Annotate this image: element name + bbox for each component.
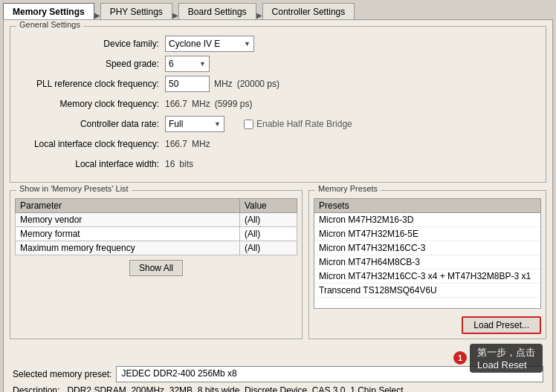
device-family-value: Cyclone IV E: [169, 39, 220, 49]
pll-freq-label: PLL reference clock frequency:: [16, 79, 165, 89]
tab-board[interactable]: Board Settings: [178, 3, 256, 19]
device-family-control: Cyclone IV E ▼: [165, 36, 254, 52]
presets-list[interactable]: Micron M47H32M16-3D Micron MT47H32M16-5E…: [314, 212, 541, 309]
pll-freq-extra: (20000 ps): [237, 79, 279, 89]
description-row: Description: DDR2 SDRAM, 200MHz, 32MB, 8…: [10, 382, 546, 392]
mem-clock-label: Memory clock frequency:: [16, 99, 165, 109]
speed-grade-control: 6 ▼: [165, 56, 210, 72]
local-clock-row: Local interface clock frequency: 166.7 M…: [16, 136, 540, 152]
main-content: General Settings Device family: Cyclone …: [3, 19, 553, 392]
selected-preset-row: Selected memory preset: JEDEC DDR2-400 2…: [10, 366, 546, 382]
device-family-dropdown[interactable]: Cyclone IV E ▼: [165, 36, 254, 52]
table-row: Memory format (All): [16, 227, 297, 241]
ctrl-data-rate-label: Controller data rate:: [16, 119, 165, 129]
description-label: Description:: [13, 385, 59, 392]
tab-bar: Memory Settings ▶ PHY Settings ▶ Board S…: [0, 0, 556, 19]
tab-memory[interactable]: Memory Settings: [3, 3, 94, 19]
speed-grade-value: 6: [169, 59, 174, 69]
mem-clock-value: 166.7: [165, 99, 187, 109]
filter-val-2: (All): [239, 241, 297, 255]
preset-item-1[interactable]: Micron MT47H32M16-5E: [314, 227, 540, 241]
preset-item-3[interactable]: Micron MT47H64M8CB-3: [314, 255, 540, 270]
mem-clock-row: Memory clock frequency: 166.7 MHz (5999 …: [16, 96, 540, 112]
show-all-button[interactable]: Show All: [129, 260, 183, 276]
tab-phy[interactable]: PHY Settings: [100, 3, 172, 19]
tab-arrow-3: ▶: [256, 11, 262, 19]
memory-presets-panel: Memory Presets Presets Micron M47H32M16-…: [308, 190, 546, 339]
device-family-row: Device family: Cyclone IV E ▼: [16, 36, 540, 52]
presets-filter-panel: Show in 'Memory Presets' List Parameter …: [10, 190, 303, 339]
speed-grade-dropdown[interactable]: 6 ▼: [165, 56, 210, 72]
local-width-row: Local interface width: 16 bits: [16, 156, 540, 172]
preset-item-5[interactable]: Transcend TS128MSQ64V6U: [314, 284, 540, 298]
filter-param-1: Memory format: [16, 227, 240, 241]
general-settings-legend: General Settings: [16, 20, 83, 29]
selected-preset-value: JEDEC DDR2-400 256Mb x8: [116, 366, 543, 382]
tab-board-label: Board Settings: [188, 7, 247, 17]
tab-arrow-1: ▶: [94, 11, 100, 19]
annotation-badge: 1: [453, 351, 467, 365]
bottom-panels: Show in 'Memory Presets' List Parameter …: [10, 190, 546, 392]
speed-grade-arrow: ▼: [199, 60, 206, 68]
mem-clock-control: 166.7 MHz (5999 ps): [165, 99, 252, 109]
preset-item-4[interactable]: Micron MT47H32M16CC-3 x4 + MT47H32M8BP-3…: [314, 270, 540, 284]
tab-phy-label: PHY Settings: [110, 7, 163, 17]
tab-arrow-2: ▶: [172, 11, 178, 19]
filter-val-1: (All): [239, 227, 297, 241]
speed-grade-label: Speed grade:: [16, 59, 165, 69]
tab-controller[interactable]: Controller Settings: [262, 3, 355, 19]
presets-filter-content: Parameter Value Memory vendor (All) Memo…: [10, 191, 302, 281]
mem-clock-extra: (5999 ps): [215, 99, 253, 109]
load-preset-button[interactable]: Load Preset...: [462, 316, 541, 334]
local-width-value: 16: [165, 159, 175, 169]
selected-preset-label: Selected memory preset:: [13, 369, 111, 379]
device-family-label: Device family:: [16, 39, 165, 49]
local-width-unit: bits: [179, 159, 193, 169]
half-rate-bridge-checkbox[interactable]: [244, 120, 253, 129]
pll-freq-control: MHz (20000 ps): [165, 76, 279, 92]
mem-clock-unit: MHz: [192, 99, 210, 109]
filter-param-0: Memory vendor: [16, 213, 240, 227]
local-clock-control: 166.7 MHz: [165, 139, 210, 149]
general-settings-section: General Settings Device family: Cyclone …: [10, 26, 546, 183]
filter-val-0: (All): [239, 213, 297, 227]
speed-grade-row: Speed grade: 6 ▼: [16, 56, 540, 72]
presets-filter-legend: Show in 'Memory Presets' List: [16, 184, 132, 193]
ctrl-data-rate-value: Full: [169, 119, 183, 129]
pll-freq-unit: MHz: [214, 79, 233, 89]
ctrl-data-rate-dropdown[interactable]: Full ▼: [165, 116, 224, 132]
tab-controller-label: Controller Settings: [272, 7, 346, 17]
pll-freq-row: PLL reference clock frequency: MHz (2000…: [16, 76, 540, 92]
general-settings-content: Device family: Cyclone IV E ▼ Speed grad…: [10, 27, 546, 182]
local-clock-value: 166.7: [165, 139, 187, 149]
pll-freq-input[interactable]: [165, 76, 210, 92]
preset-item-2[interactable]: Micron MT47H32M16CC-3: [314, 241, 540, 255]
local-clock-label: Local interface clock frequency:: [16, 139, 165, 149]
ctrl-data-rate-arrow: ▼: [214, 120, 221, 128]
filter-col-value: Value: [239, 199, 297, 213]
table-row: Maximum memory frequency (All): [16, 241, 297, 255]
memory-presets-legend: Memory Presets: [315, 184, 381, 193]
filter-col-parameter: Parameter: [16, 199, 240, 213]
half-rate-bridge-text: Enable Half Rate Bridge: [256, 119, 352, 129]
memory-presets-content: Presets Micron M47H32M16-3D Micron MT47H…: [309, 191, 546, 339]
description-value: DDR2 SDRAM, 200MHz, 32MB, 8 bits wide, D…: [67, 385, 403, 392]
ctrl-data-rate-control: Full ▼ Enable Half Rate Bridge: [165, 116, 352, 132]
local-width-label: Local interface width:: [16, 159, 165, 169]
filter-param-2: Maximum memory frequency: [16, 241, 240, 255]
half-rate-bridge-label[interactable]: Enable Half Rate Bridge: [244, 119, 352, 129]
filter-table: Parameter Value Memory vendor (All) Memo…: [15, 198, 297, 255]
table-row: Memory vendor (All): [16, 213, 297, 227]
ctrl-data-rate-row: Controller data rate: Full ▼ Enable Half…: [16, 116, 540, 132]
device-family-arrow: ▼: [244, 40, 250, 48]
presets-list-header: Presets: [314, 198, 541, 212]
tab-memory-label: Memory Settings: [13, 7, 85, 17]
annotation-step: 第一步，点击: [477, 347, 535, 358]
bottom-section: Show in 'Memory Presets' List Parameter …: [10, 190, 546, 339]
local-width-control: 16 bits: [165, 159, 193, 169]
preset-item-0[interactable]: Micron M47H32M16-3D: [314, 213, 540, 227]
local-clock-unit: MHz: [192, 139, 210, 149]
